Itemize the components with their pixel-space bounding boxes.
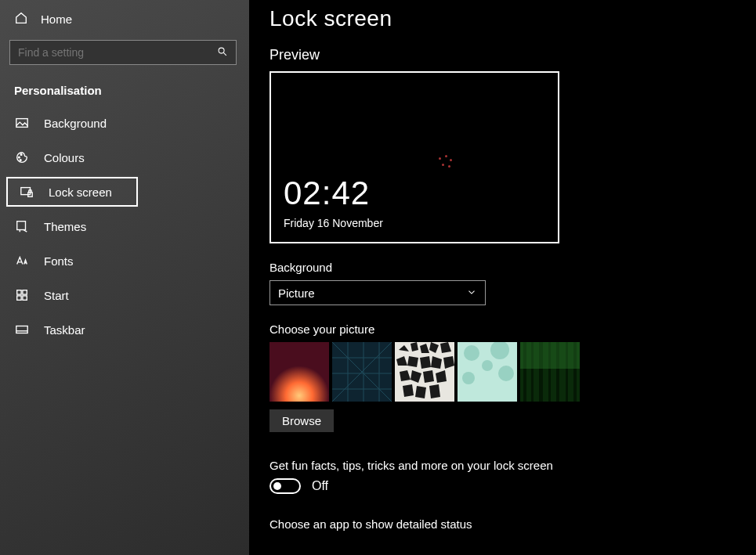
sidebar-item-label: Start bbox=[44, 289, 69, 302]
sidebar-item-label: Themes bbox=[44, 220, 86, 233]
svg-marker-23 bbox=[420, 356, 431, 369]
svg-point-34 bbox=[464, 345, 479, 361]
svg-point-4 bbox=[20, 160, 21, 161]
svg-rect-10 bbox=[17, 296, 21, 300]
main-content: Lock screen Preview 02:42 Friday 16 Nove… bbox=[249, 0, 756, 555]
background-dropdown-value: Picture bbox=[278, 287, 315, 300]
svg-point-2 bbox=[19, 157, 20, 158]
svg-marker-30 bbox=[403, 384, 414, 397]
sidebar-category: Personalisation bbox=[0, 79, 249, 99]
svg-rect-11 bbox=[23, 296, 27, 300]
home-icon bbox=[14, 11, 28, 27]
svg-rect-13 bbox=[269, 342, 329, 402]
themes-icon bbox=[14, 219, 30, 233]
picture-thumb-1[interactable] bbox=[269, 342, 329, 402]
picture-icon bbox=[14, 116, 30, 130]
sidebar-item-themes[interactable]: Themes bbox=[0, 210, 249, 243]
picture-thumb-4[interactable] bbox=[458, 342, 517, 402]
svg-marker-32 bbox=[429, 384, 440, 398]
svg-rect-7 bbox=[17, 222, 26, 230]
choose-picture-label: Choose your picture bbox=[269, 323, 748, 336]
search-wrap bbox=[0, 40, 249, 65]
toggle-knob bbox=[273, 482, 281, 490]
svg-marker-22 bbox=[407, 356, 418, 367]
sidebar-item-start[interactable]: Start bbox=[0, 279, 249, 312]
svg-rect-47 bbox=[520, 342, 580, 369]
background-dropdown[interactable]: Picture bbox=[269, 280, 486, 305]
search-input[interactable] bbox=[18, 46, 217, 59]
svg-point-38 bbox=[482, 360, 493, 371]
svg-rect-9 bbox=[23, 290, 27, 294]
sidebar-item-fonts[interactable]: Fonts bbox=[0, 244, 249, 277]
search-icon bbox=[217, 46, 228, 59]
nav-home-label: Home bbox=[41, 13, 72, 26]
fun-facts-toggle-row: Off bbox=[269, 478, 748, 494]
browse-button[interactable]: Browse bbox=[269, 409, 334, 432]
svg-marker-28 bbox=[423, 370, 434, 383]
fun-facts-toggle-state: Off bbox=[312, 479, 328, 493]
fun-facts-label: Get fun facts, tips, tricks and more on … bbox=[269, 459, 748, 472]
sidebar: Home Personalisation Background Colours … bbox=[0, 0, 249, 555]
taskbar-icon bbox=[14, 323, 30, 337]
detailed-status-label: Choose an app to show detailed status bbox=[269, 517, 748, 531]
svg-point-3 bbox=[20, 154, 22, 156]
sidebar-item-label: Background bbox=[44, 117, 107, 130]
lock-screen-preview: 02:42 Friday 16 November bbox=[269, 71, 559, 243]
svg-marker-31 bbox=[415, 386, 426, 398]
fun-facts-toggle[interactable] bbox=[269, 478, 301, 494]
picture-thumb-5[interactable] bbox=[520, 342, 580, 402]
background-label: Background bbox=[269, 261, 748, 274]
picture-thumbnails bbox=[269, 342, 748, 402]
svg-point-0 bbox=[219, 48, 224, 53]
sidebar-item-label: Colours bbox=[44, 151, 85, 164]
preview-time: 02:42 bbox=[284, 175, 545, 212]
sidebar-item-background[interactable]: Background bbox=[0, 106, 249, 139]
sidebar-item-taskbar[interactable]: Taskbar bbox=[0, 313, 249, 346]
svg-point-36 bbox=[498, 366, 514, 381]
svg-point-37 bbox=[462, 372, 475, 384]
picture-thumb-2[interactable] bbox=[332, 342, 392, 402]
lock-screen-icon bbox=[19, 185, 34, 199]
browse-button-label: Browse bbox=[282, 414, 321, 427]
preview-date: Friday 16 November bbox=[284, 217, 545, 229]
start-icon bbox=[14, 288, 30, 302]
sidebar-item-colours[interactable]: Colours bbox=[0, 141, 249, 174]
palette-icon bbox=[14, 150, 30, 164]
fonts-icon bbox=[14, 254, 30, 268]
search-input-wrap[interactable] bbox=[9, 40, 237, 65]
svg-rect-12 bbox=[16, 326, 27, 333]
svg-rect-1 bbox=[16, 119, 27, 128]
preview-label: Preview bbox=[269, 47, 748, 63]
svg-rect-8 bbox=[17, 290, 21, 294]
sidebar-item-lock-screen[interactable]: Lock screen bbox=[5, 175, 139, 208]
sidebar-item-label: Fonts bbox=[44, 254, 74, 268]
picture-thumb-3[interactable] bbox=[395, 342, 454, 402]
nav-home[interactable]: Home bbox=[0, 0, 249, 38]
sidebar-item-label: Lock screen bbox=[49, 186, 112, 199]
page-title: Lock screen bbox=[269, 6, 748, 31]
chevron-down-icon bbox=[466, 287, 477, 300]
sidebar-item-label: Taskbar bbox=[44, 323, 85, 337]
